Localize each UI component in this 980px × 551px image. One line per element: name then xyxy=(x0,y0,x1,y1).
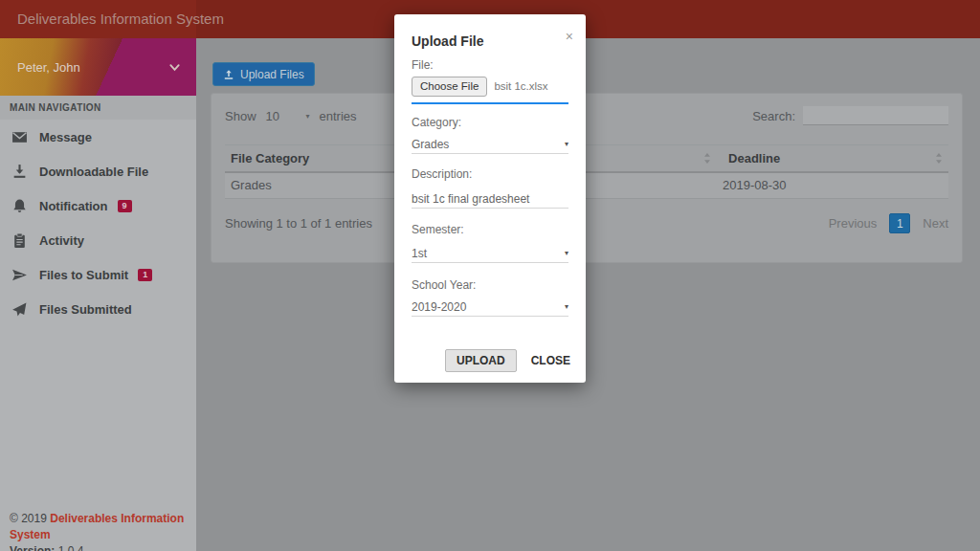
column-header-deadline[interactable]: Deadline xyxy=(717,145,948,172)
upload-icon xyxy=(223,69,234,80)
download-icon xyxy=(11,164,28,180)
copyright-year: © 2019 xyxy=(10,512,47,525)
envelope-icon xyxy=(11,129,28,145)
sidebar-nav-header: MAIN NAVIGATION xyxy=(0,96,196,120)
sidebar-item-label: Downloadable File xyxy=(39,165,148,179)
search-label: Search: xyxy=(752,109,795,123)
cell-deadline: 2019-08-30 xyxy=(717,172,948,199)
app-title: Deliverables Information System xyxy=(0,0,196,38)
upload-button[interactable]: UPLOAD xyxy=(445,349,517,372)
sidebar-item-downloadable-file[interactable]: Downloadable File xyxy=(0,154,196,188)
column-label: File Category xyxy=(231,151,309,165)
caret-down-icon: ▾ xyxy=(565,249,568,257)
modal-title: Upload File xyxy=(412,33,483,49)
table-controls: Show 10 ▾ entries Search: xyxy=(225,105,948,126)
column-label: Deadline xyxy=(728,151,780,165)
entries-summary: Showing 1 to 1 of 1 entries xyxy=(225,216,372,231)
files-panel: Show 10 ▾ entries Search: File Category xyxy=(211,93,963,263)
files-to-submit-count-badge: 1 xyxy=(138,269,152,281)
sidebar-item-message[interactable]: Message xyxy=(0,120,196,154)
upload-files-label: Upload Files xyxy=(240,68,304,81)
version-line: Version: 1.0.4 xyxy=(10,543,196,551)
semester-select[interactable]: 1st ▾ xyxy=(412,244,568,263)
pagination: Previous 1 Next xyxy=(829,213,948,233)
caret-down-icon: ▾ xyxy=(565,302,568,311)
files-table: File Category Deadline xyxy=(225,144,948,199)
entries-label: entries xyxy=(320,109,357,123)
semester-label: Semester: xyxy=(412,223,464,236)
description-input[interactable]: bsit 1c final gradesheet xyxy=(412,189,568,209)
main-content: Upload Files Show 10 ▾ entries Search: xyxy=(196,38,980,551)
modal-buttons: UPLOAD CLOSE xyxy=(445,349,570,372)
close-icon[interactable]: × xyxy=(566,29,573,44)
sidebar: Peter, John MAIN NAVIGATION Message Down… xyxy=(0,38,196,551)
version-value: 1.0.4 xyxy=(58,544,84,551)
user-panel[interactable]: Peter, John xyxy=(0,38,196,96)
search-control: Search: xyxy=(752,106,948,125)
entries-per-page-select[interactable]: 10 ▾ xyxy=(263,109,313,123)
sidebar-menu: Message Downloadable File Notification 9 xyxy=(0,120,196,326)
send-icon xyxy=(11,267,28,283)
school-year-label: School Year: xyxy=(412,278,476,292)
notification-count-badge: 9 xyxy=(118,200,132,212)
caret-down-icon: ▾ xyxy=(565,140,568,148)
sidebar-item-activity[interactable]: Activity xyxy=(0,223,196,257)
user-name: Peter, John xyxy=(17,60,80,75)
search-input[interactable] xyxy=(803,106,948,125)
show-entries-control: Show 10 ▾ entries xyxy=(225,109,357,123)
sidebar-item-files-submitted[interactable]: Files Submitted xyxy=(0,292,196,326)
version-label: Version: xyxy=(10,544,55,551)
sidebar-item-label: Files Submitted xyxy=(39,302,132,317)
school-year-select[interactable]: 2019-2020 ▾ xyxy=(412,298,568,317)
file-input-focus-underline xyxy=(412,102,568,104)
choose-file-button[interactable]: Choose File xyxy=(412,77,487,97)
file-input-row: Choose File bsit 1c.xlsx xyxy=(412,76,568,97)
selected-file-name: bsit 1c.xlsx xyxy=(494,80,547,92)
upload-files-button[interactable]: Upload Files xyxy=(212,62,315,86)
previous-page-button[interactable]: Previous xyxy=(829,216,878,231)
copyright-line: © 2019 Deliverables Information System xyxy=(10,511,196,543)
entries-per-page-value: 10 xyxy=(266,109,279,123)
sidebar-item-files-to-submit[interactable]: Files to Submit 1 xyxy=(0,257,196,292)
sidebar-item-label: Notification xyxy=(39,199,108,213)
table-footer: Showing 1 to 1 of 1 entries Previous 1 N… xyxy=(225,213,948,233)
sidebar-footer: © 2019 Deliverables Information System V… xyxy=(10,511,196,551)
sidebar-item-notification[interactable]: Notification 9 xyxy=(0,188,196,223)
upload-file-modal: Upload File × File: Choose File bsit 1c.… xyxy=(394,14,586,383)
file-label: File: xyxy=(412,58,434,72)
description-label: Description: xyxy=(412,167,472,181)
clipboard-icon xyxy=(11,232,28,249)
category-value: Grades xyxy=(412,138,449,151)
chevron-down-icon[interactable] xyxy=(168,61,181,74)
sidebar-item-label: Message xyxy=(39,130,92,144)
semester-value: 1st xyxy=(412,247,427,260)
current-page-button[interactable]: 1 xyxy=(889,213,910,233)
bell-icon xyxy=(11,198,28,214)
sort-icon xyxy=(703,153,711,164)
close-button[interactable]: CLOSE xyxy=(531,354,570,367)
caret-down-icon: ▾ xyxy=(306,112,310,121)
show-label: Show xyxy=(225,109,256,123)
sidebar-item-label: Files to Submit xyxy=(39,268,128,282)
next-page-button[interactable]: Next xyxy=(923,216,948,231)
sidebar-item-label: Activity xyxy=(39,233,84,248)
paper-plane-icon xyxy=(11,301,28,318)
category-select[interactable]: Grades ▾ xyxy=(412,135,568,154)
school-year-value: 2019-2020 xyxy=(412,300,466,314)
sort-icon xyxy=(935,153,943,164)
table-row[interactable]: Grades 2019-08-30 xyxy=(225,172,948,199)
category-label: Category: xyxy=(412,116,461,129)
